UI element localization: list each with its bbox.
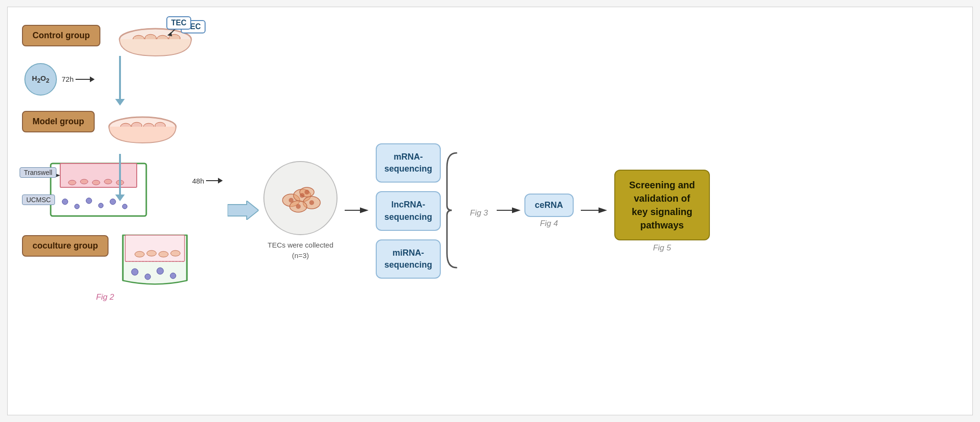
svg-marker-58 — [599, 207, 607, 213]
svg-point-49 — [300, 193, 305, 198]
svg-point-52 — [305, 190, 309, 195]
svg-marker-54 — [360, 207, 369, 213]
cell-collection-section: TECs were collected(n=3) — [263, 161, 338, 261]
screening-section: Screening and validation of key signalin… — [614, 170, 710, 253]
transwell-diagram: Transwell UCMSC 48h — [22, 159, 180, 223]
svg-point-39 — [170, 273, 176, 279]
hollow-arrow-right — [228, 201, 259, 222]
mrna-seq-box: mRNA-sequencing — [376, 143, 441, 183]
48h-arrow: 48h — [192, 177, 223, 185]
ucmsc-label: UCMSC — [22, 195, 55, 205]
72h-arrow: 72h — [62, 75, 95, 83]
control-group-box: Control group — [22, 25, 100, 46]
lncrna-seq-box: lncRNA-sequencing — [376, 191, 441, 230]
sequencing-section: mRNA-sequencing lncRNA-sequencing miRNA-… — [376, 143, 465, 279]
svg-rect-30 — [125, 235, 185, 261]
svg-point-48 — [289, 198, 294, 203]
seq-boxes: mRNA-sequencing lncRNA-sequencing miRNA-… — [376, 143, 441, 279]
fig2-label: Fig 2 — [96, 292, 114, 302]
svg-point-24 — [86, 198, 92, 204]
coculture-vessel — [113, 226, 197, 288]
curly-brace — [445, 148, 461, 274]
v-arrow-2 — [115, 154, 125, 201]
svg-point-36 — [131, 269, 138, 275]
svg-point-37 — [145, 274, 151, 280]
svg-point-38 — [157, 268, 163, 274]
fig4-label: Fig 4 — [540, 219, 558, 228]
left-section: Control group TEC — [22, 15, 223, 407]
fig3-label: Fig 3 — [470, 208, 488, 218]
diagram-container: Control group TEC — [7, 7, 973, 415]
cerna-box: ceRNA — [524, 194, 574, 217]
tec-label-2: TEC — [166, 16, 191, 30]
cerna-section: ceRNA Fig 4 — [524, 194, 574, 228]
model-group-box: Model group — [22, 111, 95, 132]
svg-marker-42 — [228, 201, 259, 220]
svg-point-35 — [171, 250, 180, 256]
svg-point-51 — [296, 204, 301, 209]
svg-point-25 — [98, 203, 103, 208]
petri-dish-model — [104, 113, 181, 149]
coculture-group-box: coculture group — [22, 235, 109, 257]
svg-point-23 — [75, 204, 79, 209]
svg-marker-56 — [512, 207, 521, 213]
cell-collection-circle — [263, 161, 338, 235]
arrow-to-screening — [581, 203, 607, 219]
fig5-label: Fig 5 — [653, 243, 671, 253]
svg-point-22 — [62, 199, 68, 205]
svg-point-34 — [159, 251, 168, 257]
fig3-section: Fig 3 — [465, 205, 488, 218]
h2o2-circle: H2O2 — [24, 63, 57, 96]
svg-point-18 — [80, 179, 88, 184]
v-arrow-1 — [115, 56, 125, 106]
svg-point-17 — [68, 180, 76, 185]
svg-point-27 — [122, 204, 127, 209]
arrow-to-seq — [345, 203, 369, 219]
svg-point-32 — [135, 251, 144, 257]
arrow-to-cerna — [497, 203, 521, 219]
svg-point-33 — [147, 250, 156, 256]
svg-point-20 — [104, 179, 112, 184]
mirna-seq-box: miRNA-sequencing — [376, 239, 441, 279]
svg-point-50 — [309, 200, 314, 205]
cell-collected-label: TECs were collected(n=3) — [268, 240, 334, 261]
screening-box: Screening and validation of key signalin… — [614, 170, 710, 240]
transwell-label: Transwell — [20, 167, 56, 178]
svg-point-19 — [92, 180, 100, 185]
